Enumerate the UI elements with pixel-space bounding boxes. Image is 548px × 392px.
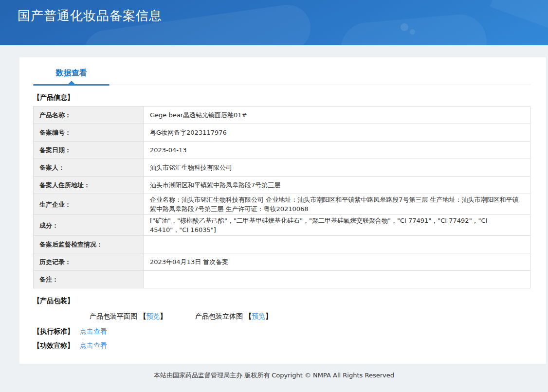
- page-header-banner: 国产普通化妆品备案信息: [0, 0, 548, 45]
- content-card: 数据查看 【产品信息】 产品名称： Gege bear晶透钻光镜面唇釉01# 备…: [19, 57, 546, 364]
- execution-standard-view-link[interactable]: 点击查看: [80, 327, 107, 335]
- efficacy-claim-row: 【功效宣称】点击查看: [33, 340, 530, 355]
- table-row: 备案日期： 2023-04-13: [34, 142, 530, 159]
- table-row: 备案人： 汕头市铭汇生物科技有限公司: [34, 159, 530, 177]
- active-tab-underline: [33, 84, 110, 86]
- row-label-supervision-check: 备案后监督检查情况：: [34, 236, 144, 253]
- page-title: 国产普通化妆品备案信息: [18, 7, 162, 24]
- section-title-packaging: 【产品包装】: [33, 288, 530, 306]
- bracket-close: 】: [265, 312, 272, 320]
- row-value-registrant-address: 汕头市潮阳区和平镇紫中路凤皋路段7号第三层: [144, 177, 530, 194]
- bracket-open: 【: [139, 312, 146, 320]
- row-label-history: 历史记录：: [34, 253, 144, 271]
- section-title-product-info: 【产品信息】: [33, 85, 530, 106]
- efficacy-claim-view-link[interactable]: 点击查看: [80, 341, 107, 349]
- section-title-execution-standard: 【执行标准】: [33, 327, 74, 335]
- packaging-solid-preview-link[interactable]: 预览: [252, 312, 265, 320]
- tab-data-view[interactable]: 数据查看: [33, 68, 110, 85]
- table-row: 历史记录： 2023年04月13日 首次备案: [34, 253, 530, 271]
- execution-standard-row: 【执行标准】点击查看: [33, 323, 530, 340]
- section-title-efficacy-claim: 【功效宣称】: [33, 341, 74, 349]
- row-label-registration-number: 备案编号：: [34, 124, 144, 142]
- bracket-close: 】: [160, 312, 166, 320]
- row-value-product-name: Gege bear晶透钻光镜面唇釉01#: [144, 107, 530, 124]
- packaging-plan-group: 产品包装平面图 【预览】: [90, 312, 166, 321]
- row-value-registration-number: 粤G妆网备字2023117976: [144, 124, 530, 142]
- row-label-remarks: 备注：: [34, 271, 144, 288]
- row-value-supervision-check: [144, 236, 530, 253]
- table-row: 备案编号： 粤G妆网备字2023117976: [34, 124, 530, 142]
- row-value-manufacturer: 企业名称：汕头市铭汇生物科技有限公司 企业地址：汕头市潮阳区和平镇紫中路凤皋路段…: [144, 194, 530, 215]
- active-tab-arrow-icon: [68, 81, 75, 84]
- row-label-product-name: 产品名称：: [34, 107, 144, 124]
- row-label-manufacturer: 生产企业：: [34, 194, 144, 215]
- header-decorative-circle: [401, 23, 408, 31]
- header-decorative-circle: [410, 29, 415, 35]
- table-row: 生产企业： 企业名称：汕头市铭汇生物科技有限公司 企业地址：汕头市潮阳区和平镇紫…: [34, 194, 530, 215]
- bracket-open: 【: [245, 312, 252, 320]
- table-row: 备案人住所地址： 汕头市潮阳区和平镇紫中路凤皋路段7号第三层: [34, 177, 530, 194]
- packaging-plan-preview-link[interactable]: 预览: [146, 312, 160, 320]
- row-label-registrant-address: 备案人住所地址：: [34, 177, 144, 194]
- row-value-registrant: 汕头市铭汇生物科技有限公司: [144, 159, 530, 177]
- row-label-registration-date: 备案日期：: [34, 142, 144, 159]
- header-decorative-shape: [339, 12, 489, 45]
- packaging-solid-group: 产品包装立体图 【预览】: [195, 312, 272, 321]
- packaging-solid-label: 产品包装立体图: [195, 312, 243, 320]
- row-label-registrant: 备案人：: [34, 159, 144, 177]
- packaging-plan-label: 产品包装平面图: [90, 312, 137, 320]
- table-row: 备注：: [34, 271, 530, 288]
- row-value-history: 2023年04月13日 首次备案: [144, 253, 530, 271]
- footer-copyright: 本站由国家药品监督管理局主办 版权所有 Copyright © NMPA All…: [0, 364, 548, 380]
- row-value-remarks: [144, 271, 530, 288]
- table-row: 产品名称： Gege bear晶透钻光镜面唇釉01#: [34, 107, 530, 124]
- packaging-previews-row: 产品包装平面图 【预览】 产品包装立体图 【预览】: [39, 306, 546, 323]
- tab-data-view-label: 数据查看: [56, 68, 87, 77]
- product-info-table: 产品名称： Gege bear晶透钻光镜面唇釉01# 备案编号： 粤G妆网备字2…: [33, 106, 530, 288]
- table-row: 备案后监督检查情况：: [34, 236, 530, 253]
- header-decorative-shape: [490, 0, 548, 30]
- row-label-ingredients: 成分：: [34, 215, 144, 236]
- tab-bar: 数据查看: [33, 57, 530, 85]
- table-row: 成分： ["矿油"，"棕榈酸乙基己酯"，"二甲基甲硅烷基化硅石"，"聚二甲基硅氧…: [34, 215, 530, 236]
- row-value-registration-date: 2023-04-13: [144, 142, 530, 159]
- row-value-ingredients: ["矿油"，"棕榈酸乙基己酯"，"二甲基甲硅烷基化硅石"，"聚二甲基硅氧烷交联聚…: [144, 215, 530, 236]
